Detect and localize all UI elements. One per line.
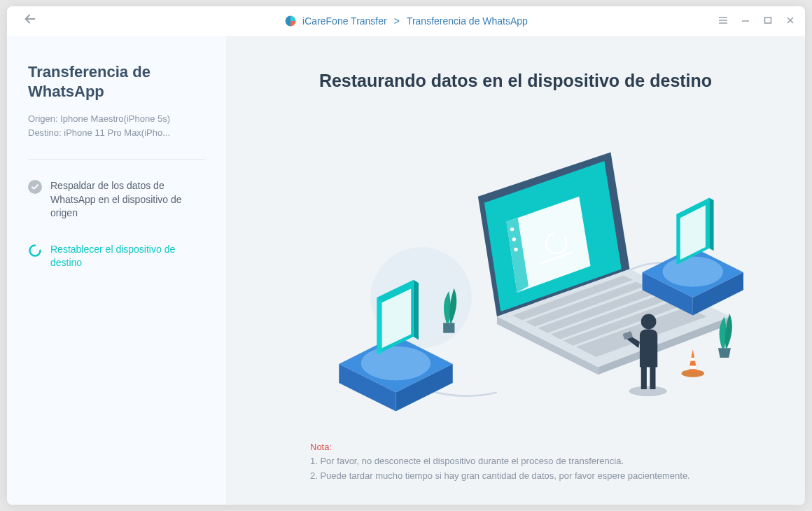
close-icon[interactable] [785,15,795,27]
origin-device: Origen: Iphone Maestro(iPhone 5s) [28,112,205,126]
titlebar: iCareFone Transfer > Transferencia de Wh… [7,6,805,36]
device-info: Origen: Iphone Maestro(iPhone 5s) Destin… [28,112,205,139]
minimize-icon[interactable] [741,15,750,27]
step-backup-label: Respaldar de los datos de WhatsApp en el… [50,179,205,220]
svg-point-18 [629,386,666,396]
notes-section: Nota: 1. Por favor, no desconecte el dis… [261,440,770,484]
page-name: Transferencia de WhatsApp [407,15,528,27]
sidebar-title: Transferencia de WhatsApp [28,62,205,101]
app-logo-icon [284,15,297,27]
step-restore: Restablecer el dispositivo de destino [28,243,205,270]
title-center: iCareFone Transfer > Transferencia de Wh… [284,15,528,27]
back-button[interactable] [20,8,41,34]
sidebar: Transferencia de WhatsApp Origen: Iphone… [7,36,226,505]
spinner-icon [28,244,42,258]
sidebar-divider [28,159,205,160]
svg-point-10 [360,346,430,381]
transfer-illustration [261,112,770,433]
check-icon [28,180,42,194]
svg-point-12 [510,227,513,231]
svg-point-13 [512,238,515,241]
app-window: iCareFone Transfer > Transferencia de Wh… [7,6,805,505]
svg-rect-11 [443,323,454,333]
maximize-icon[interactable] [763,15,773,27]
destination-device: Destino: iPhone 11 Pro Max(iPho... [28,126,205,140]
menu-icon[interactable] [718,15,728,27]
content-area: Transferencia de WhatsApp Origen: Iphone… [7,36,805,505]
note-line-1: 1. Por favor, no desconecte el dispositi… [310,454,770,469]
svg-point-17 [662,257,723,287]
step-backup: Respaldar de los datos de WhatsApp en el… [28,179,205,220]
note-label: Nota: [310,440,770,455]
svg-point-14 [514,248,517,251]
main-panel: Restaurando datos en el dispositivo de d… [226,36,805,505]
svg-rect-5 [765,18,771,23]
window-controls [718,15,795,27]
app-name: iCareFone Transfer [302,15,387,27]
main-title: Restaurando datos en el dispositivo de d… [261,71,770,91]
svg-point-21 [640,314,656,330]
note-line-2: 2. Puede tardar mucho tiempo si hay gran… [310,469,770,484]
svg-rect-20 [650,364,655,389]
step-restore-label: Restablecer el dispositivo de destino [50,243,205,270]
svg-point-8 [30,245,41,255]
breadcrumb-separator: > [394,15,400,27]
svg-rect-19 [640,364,646,389]
